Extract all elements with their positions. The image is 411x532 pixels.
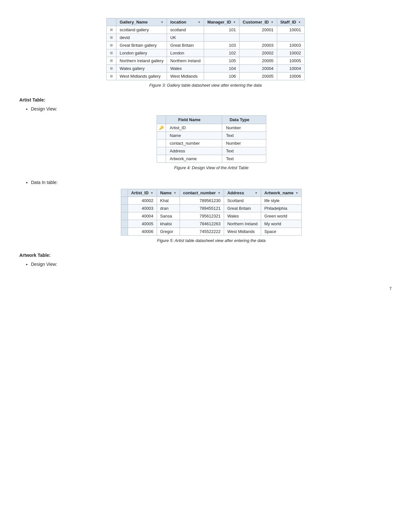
- expand-icon[interactable]: ⊞: [107, 34, 116, 42]
- design-col-fieldname: Field Name: [166, 116, 222, 124]
- cell-customer-id: 20003: [239, 42, 277, 49]
- cell-artist-id: 40002: [128, 197, 157, 205]
- cell-field-name: Artist_ID: [166, 124, 222, 132]
- artwork-bullet-design: Design View:: [31, 262, 392, 267]
- sort-arrow-name: ▼: [173, 191, 176, 195]
- cell-gallery-name: London gallery: [116, 49, 167, 57]
- sort-arrow-address: ▼: [255, 191, 258, 195]
- cell-field-name: contact_number: [166, 140, 222, 147]
- cell-staff-id: 10002: [277, 49, 304, 57]
- sort-arrow-manager-id: ▼: [233, 21, 236, 24]
- cell-location: Northern Ireland: [167, 57, 204, 65]
- artist-col-contact[interactable]: contact_number ▼: [180, 189, 224, 197]
- cell-name: Khal: [157, 197, 180, 205]
- bullet-data-table: Data In table: Artist_ID ▼: [31, 180, 392, 243]
- sort-arrow-gallery-name: ▼: [161, 21, 163, 24]
- cell-customer-id: 20005: [239, 73, 277, 80]
- bullet-design-view: Design View: Field Name Data Type 🔑 Arti…: [31, 106, 392, 170]
- artist-col-id[interactable]: Artist_ID ▼: [128, 189, 157, 197]
- table-row: ⊞ London gallery London 102 20002 10002: [107, 49, 304, 57]
- table-row: ⊞ Great Britain gallery Great Britain 10…: [107, 42, 304, 49]
- cell-staff-id: 10003: [277, 42, 304, 49]
- cell-manager-id: 101: [204, 26, 240, 34]
- row-selector: [121, 220, 128, 228]
- row-selector: [121, 205, 128, 212]
- cell-artwork: Philadelphia: [261, 205, 302, 212]
- cell-contact: 789455121: [180, 205, 224, 212]
- table-row: contact_number Number: [157, 140, 266, 147]
- expand-icon[interactable]: ⊞: [107, 65, 116, 73]
- artist-section: Artist Table: Design View: Field Name Da…: [19, 97, 392, 243]
- artist-col-selector: [121, 189, 128, 197]
- col-header-manager-id[interactable]: Manager_ID ▼: [204, 18, 240, 26]
- expand-icon[interactable]: ⊞: [107, 49, 116, 57]
- cell-artist-id: 40006: [128, 228, 157, 236]
- expand-icon[interactable]: ⊞: [107, 73, 116, 80]
- cell-data-type: Number: [222, 140, 266, 147]
- table-row: ⊞ West Midlands gallery West Midlands 10…: [107, 73, 304, 80]
- cell-location: UK: [167, 34, 204, 42]
- col-header-staff-id[interactable]: Staff_ID ▼: [277, 18, 304, 26]
- cell-customer-id: 20005: [239, 57, 277, 65]
- key-icon-cell: [157, 147, 166, 155]
- cell-artist-id: 40004: [128, 212, 157, 220]
- artist-bullet-list: Design View: Field Name Data Type 🔑 Arti…: [19, 106, 392, 243]
- cell-manager-id: 103: [204, 42, 240, 49]
- cell-staff-id: 10001: [277, 26, 304, 34]
- cell-data-type: Number: [222, 124, 266, 132]
- table-row: Address Text: [157, 147, 266, 155]
- col-header-customer-id[interactable]: Customer_ID ▼: [239, 18, 277, 26]
- cell-artist-id: 40003: [128, 205, 157, 212]
- cell-field-name: Name: [166, 132, 222, 140]
- col-header-gallery-name[interactable]: Gallery_Name ▼: [116, 18, 167, 26]
- cell-location: London: [167, 49, 204, 57]
- cell-staff-id: [277, 34, 304, 42]
- row-selector: [121, 197, 128, 205]
- key-icon: 🔑: [159, 126, 164, 130]
- artwork-bullet-list: Design View:: [19, 262, 392, 267]
- cell-customer-id: 20002: [239, 49, 277, 57]
- artist-col-artwork[interactable]: Artwork_name ▼: [261, 189, 302, 197]
- expand-icon[interactable]: ⊞: [107, 42, 116, 49]
- design-view-wrap: Field Name Data Type 🔑 Artist_ID Number …: [31, 115, 392, 163]
- sort-arrow-artist-id: ▼: [151, 191, 153, 195]
- sort-arrow-contact: ▼: [218, 191, 220, 195]
- sort-arrow-staff-id: ▼: [298, 21, 301, 24]
- table-row: Name Text: [157, 132, 266, 140]
- cell-name: khalisi: [157, 220, 180, 228]
- artist-col-name[interactable]: Name ▼: [157, 189, 180, 197]
- cell-location: Wales: [167, 65, 204, 73]
- cell-address: Scotland: [224, 197, 261, 205]
- cell-artwork: Green world: [261, 212, 302, 220]
- design-view-caption: Figure 4: Design View of the Artist Tabl…: [31, 165, 392, 170]
- row-selector: [121, 212, 128, 220]
- table-row: ⊞ devid UK: [107, 34, 304, 42]
- artist-col-address[interactable]: Address ▼: [224, 189, 261, 197]
- cell-field-name: Artwork_name: [166, 155, 222, 163]
- cell-gallery-name: Wales gallery: [116, 65, 167, 73]
- table-row: 🔑 Artist_ID Number: [157, 124, 266, 132]
- table-row: ⊞ scotland gallery scotland 101 20001 10…: [107, 26, 304, 34]
- gallery-table-caption: Figure 3: Gallery table datasheet view a…: [19, 83, 392, 88]
- cell-gallery-name: West Midlands gallery: [116, 73, 167, 80]
- artist-data-table: Artist_ID ▼ Name ▼: [121, 189, 302, 236]
- col-header-location[interactable]: location ▼: [167, 18, 204, 26]
- cell-customer-id: 20004: [239, 65, 277, 73]
- cell-name: dran: [157, 205, 180, 212]
- cell-manager-id: 102: [204, 49, 240, 57]
- table-row: ⊞ Wales gallery Wales 104 20004 10004: [107, 65, 304, 73]
- table-row: 40005 khalisi 784612263 Northern Ireland…: [121, 220, 302, 228]
- design-col-datatype: Data Type: [222, 116, 266, 124]
- expand-icon[interactable]: ⊞: [107, 26, 116, 34]
- cell-artwork: Space: [261, 228, 302, 236]
- cell-gallery-name: Great Britain gallery: [116, 42, 167, 49]
- expand-icon[interactable]: ⊞: [107, 57, 116, 65]
- cell-gallery-name: devid: [116, 34, 167, 42]
- key-icon-cell: 🔑: [157, 124, 166, 132]
- gallery-table-wrap: Gallery_Name ▼ location ▼ Manager_ID: [19, 18, 392, 80]
- cell-contact: 784612263: [180, 220, 224, 228]
- cell-address: West Midlands: [224, 228, 261, 236]
- cell-contact: 795612321: [180, 212, 224, 220]
- cell-customer-id: 20001: [239, 26, 277, 34]
- cell-address: Wales: [224, 212, 261, 220]
